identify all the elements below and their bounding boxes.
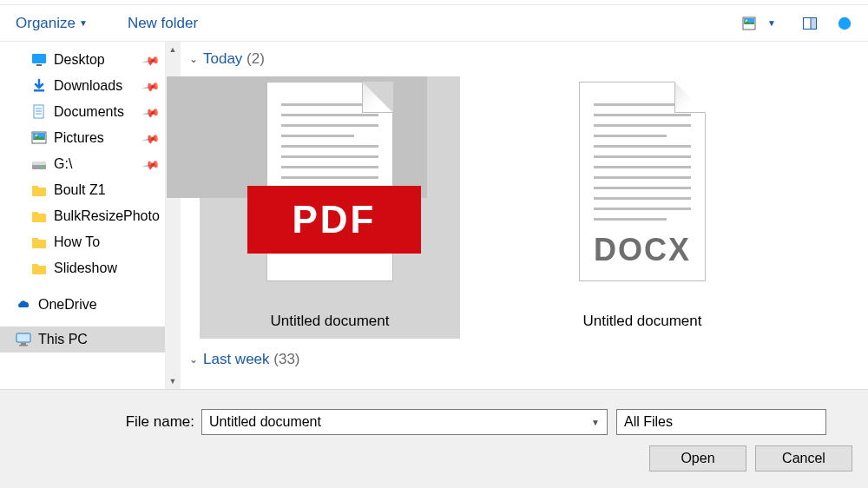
folder-icon [31, 234, 47, 250]
pin-icon: 📌 [141, 129, 161, 147]
chevron-down-icon: ⌄ [189, 53, 198, 65]
sidebar-item-label: Downloads [54, 78, 122, 94]
filename-label: File name: [0, 413, 201, 431]
folder-icon [31, 208, 47, 224]
pdf-file-icon: PDF [247, 82, 412, 307]
filename-value: Untitled document [209, 414, 321, 430]
thispc-icon [16, 332, 31, 347]
documents-icon [31, 104, 47, 120]
docx-file-icon: DOCX [560, 82, 725, 307]
sidebar-item-label: Boult Z1 [54, 182, 106, 198]
group-count: (2) [247, 50, 265, 68]
scroll-down-icon[interactable]: ▼ [165, 373, 181, 389]
preview-pane-icon[interactable] [802, 16, 818, 31]
svg-rect-8 [36, 64, 42, 66]
sidebar-item-documents[interactable]: Documents 📌 [0, 99, 165, 125]
open-button[interactable]: Open [649, 445, 746, 472]
svg-rect-7 [32, 54, 46, 63]
cancel-button[interactable]: Cancel [755, 445, 852, 472]
toolbar: Organize ▼ New folder ▼ [0, 5, 868, 42]
download-icon [31, 78, 47, 94]
sidebar-item-onedrive[interactable]: OneDrive [0, 292, 165, 318]
pin-icon: 📌 [141, 76, 161, 95]
body: Desktop 📌 Downloads 📌 Documents 📌 Pictur… [0, 42, 868, 389]
filetype-combo[interactable]: All Files [616, 409, 826, 435]
sidebar-item-gdrive[interactable]: G:\ 📌 [0, 151, 165, 177]
caret-down-icon: ▼ [79, 18, 88, 28]
group-header-today[interactable]: ⌄ Today (2) [189, 47, 859, 71]
group-header-lastweek[interactable]: ⌄ Last week (33) [189, 347, 859, 372]
folder-icon [31, 260, 47, 276]
group-label: Last week [203, 351, 270, 368]
pdf-badge: PDF [247, 186, 421, 254]
caret-down-icon: ▼ [591, 418, 600, 427]
sidebar-item-pictures[interactable]: Pictures 📌 [0, 125, 165, 151]
chevron-down-icon: ⌄ [189, 353, 198, 366]
sidebar-scrollbar[interactable]: ▲ ▼ [165, 42, 181, 389]
svg-rect-22 [19, 345, 28, 346]
file-item-docx[interactable]: DOCX Untitled document [512, 76, 773, 339]
sidebar-item-label: Pictures [54, 130, 104, 146]
svg-rect-18 [32, 162, 46, 165]
svg-rect-9 [34, 89, 44, 92]
sidebar-item-howto[interactable]: How To [0, 229, 165, 255]
sidebar-item-desktop[interactable]: Desktop 📌 [0, 47, 165, 73]
folder-icon [31, 182, 47, 198]
desktop-icon [31, 52, 47, 68]
sidebar-item-label: G:\ [54, 156, 72, 172]
sidebar: Desktop 📌 Downloads 📌 Documents 📌 Pictur… [0, 42, 165, 389]
svg-rect-21 [21, 343, 26, 345]
sidebar-item-label: BulkResizePhoto [54, 208, 160, 224]
docx-badge: DOCX [580, 232, 705, 268]
onedrive-icon [16, 297, 31, 313]
sidebar-item-label: How To [54, 234, 100, 250]
new-folder-button[interactable]: New folder [124, 11, 201, 36]
sidebar-item-bulkresize[interactable]: BulkResizePhoto [0, 203, 165, 229]
pictures-icon [31, 130, 47, 146]
view-thumbnails-icon[interactable] [741, 16, 757, 31]
file-label: Untitled document [270, 313, 389, 330]
filetype-value: All Files [624, 414, 673, 430]
sidebar-item-label: Documents [54, 104, 124, 120]
group-count: (33) [273, 351, 299, 368]
svg-point-19 [42, 166, 44, 168]
sidebar-item-label: This PC [38, 332, 88, 347]
svg-rect-4 [811, 17, 817, 29]
dropdown-caret-icon[interactable]: ▼ [764, 16, 779, 31]
file-list: ⌄ Today (2) PDF Untitled document [181, 42, 868, 389]
new-folder-label: New folder [128, 15, 198, 32]
drive-icon [31, 156, 47, 172]
sidebar-item-label: Slideshow [54, 260, 117, 276]
pin-icon: 📌 [141, 155, 161, 173]
sidebar-item-thispc[interactable]: This PC [0, 326, 165, 353]
organize-label: Organize [16, 15, 76, 32]
sidebar-item-downloads[interactable]: Downloads 📌 [0, 73, 165, 99]
organize-button[interactable]: Organize ▼ [12, 11, 91, 36]
sidebar-item-boult[interactable]: Boult Z1 [0, 177, 165, 203]
group-label: Today [203, 50, 242, 68]
svg-rect-20 [16, 333, 30, 342]
pin-icon: 📌 [141, 102, 161, 121]
help-icon[interactable] [837, 16, 852, 31]
scroll-up-icon[interactable]: ▲ [165, 42, 181, 57]
svg-point-6 [838, 16, 851, 29]
sidebar-item-label: OneDrive [38, 297, 97, 313]
sidebar-item-label: Desktop [54, 52, 105, 68]
filename-combo[interactable]: Untitled document ▼ [201, 409, 608, 435]
sidebar-item-slideshow[interactable]: Slideshow [0, 255, 165, 281]
file-label: Untitled document [582, 313, 701, 330]
bottom-panel: File name: Untitled document ▼ All Files… [0, 389, 868, 488]
pin-icon: 📌 [141, 50, 161, 69]
